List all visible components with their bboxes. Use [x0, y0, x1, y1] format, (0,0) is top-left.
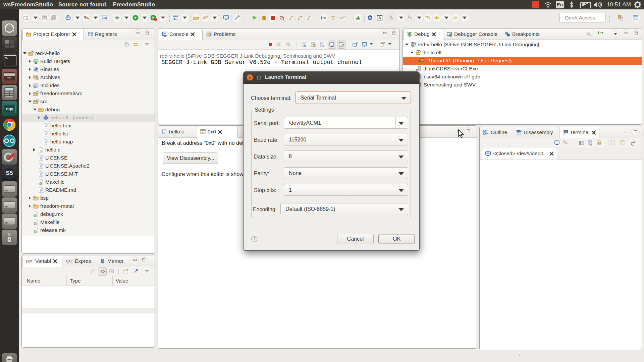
svg-text:s: s	[590, 143, 592, 146]
svg-text:A: A	[379, 16, 381, 20]
svg-text:S5: S5	[6, 170, 13, 176]
svg-text:i: i	[598, 31, 599, 35]
svg-text:S: S	[369, 16, 371, 20]
svg-text:010: 010	[103, 17, 107, 20]
svg-text:abc: abc	[390, 18, 393, 20]
svg-text:i: i	[321, 16, 322, 20]
